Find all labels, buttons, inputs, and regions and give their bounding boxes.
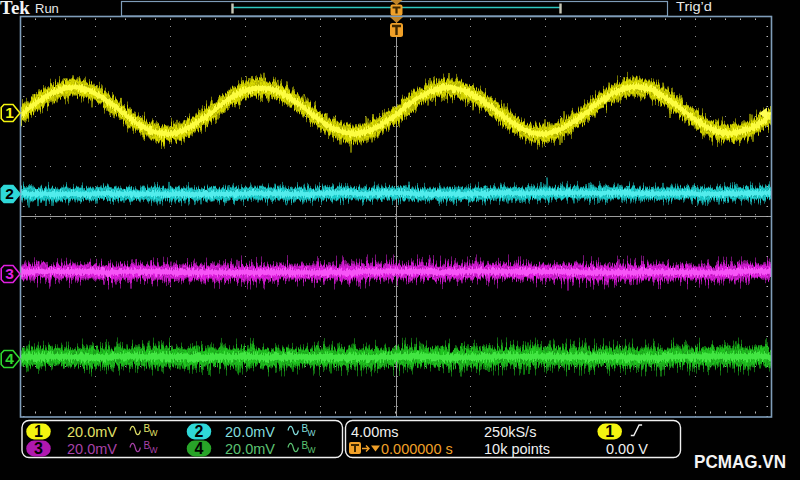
svg-text:2: 2 (5, 185, 14, 202)
svg-text:1: 1 (605, 423, 614, 440)
svg-text:1: 1 (5, 104, 14, 121)
svg-text:4: 4 (5, 350, 14, 367)
svg-text:4.00ms: 4.00ms (351, 424, 399, 440)
svg-text:W: W (150, 428, 158, 438)
svg-text:3: 3 (5, 265, 14, 282)
svg-text:W: W (150, 445, 158, 455)
svg-text:250kS/s: 250kS/s (484, 424, 536, 440)
svg-text:0.00 V: 0.00 V (606, 441, 648, 457)
svg-text:Trig’d: Trig’d (676, 0, 712, 14)
svg-text:10k points: 10k points (484, 441, 550, 457)
svg-text:0.000000 s: 0.000000 s (381, 441, 453, 457)
svg-text:3: 3 (34, 440, 43, 457)
svg-text:PCMAG.VN: PCMAG.VN (694, 451, 786, 472)
svg-text:2: 2 (195, 423, 204, 440)
svg-text:20.0mV: 20.0mV (67, 441, 117, 457)
svg-text:Run: Run (35, 1, 59, 16)
svg-text:W: W (308, 428, 316, 438)
svg-text:1: 1 (34, 423, 43, 440)
svg-text:W: W (308, 445, 316, 455)
svg-text:20.0mV: 20.0mV (225, 441, 275, 457)
svg-text:Tek: Tek (0, 0, 30, 18)
svg-text:20.0mV: 20.0mV (67, 424, 117, 440)
svg-text:4: 4 (195, 440, 204, 457)
svg-text:20.0mV: 20.0mV (225, 424, 275, 440)
